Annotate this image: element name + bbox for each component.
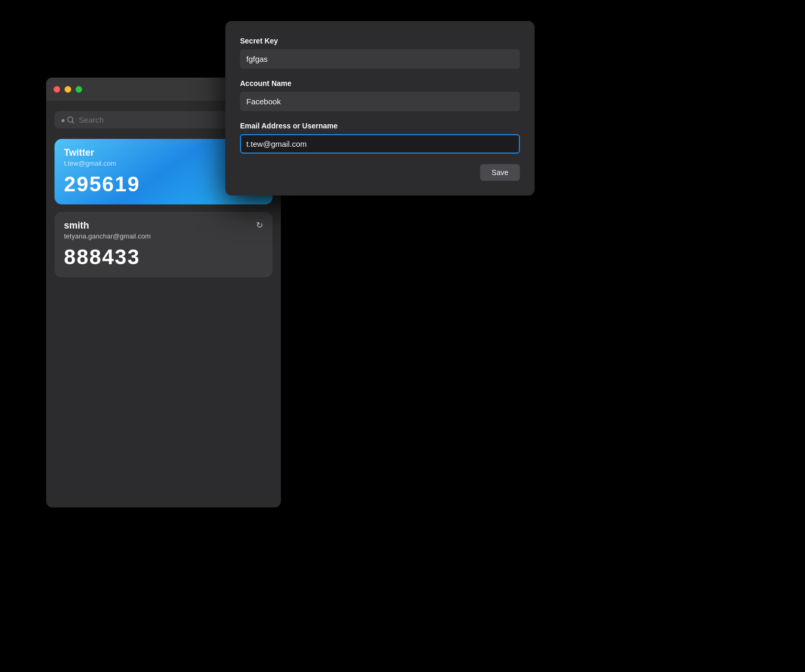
close-button[interactable] bbox=[53, 86, 60, 93]
account-name-input[interactable] bbox=[240, 92, 520, 111]
refresh-icon-smith: ↺ bbox=[256, 220, 263, 230]
secret-key-label: Secret Key bbox=[240, 37, 520, 45]
account-card-smith[interactable]: smith ↺ tetyana.ganchar@gmail.com 888433 bbox=[55, 212, 273, 277]
secret-key-group: Secret Key bbox=[240, 37, 520, 69]
card-name-smith: smith bbox=[64, 220, 89, 231]
email-group: Email Address or Username bbox=[240, 122, 520, 154]
account-name-group: Account Name bbox=[240, 79, 520, 111]
card-top-smith: smith ↺ bbox=[64, 220, 263, 231]
detail-panel: Secret Key Account Name Email Address or… bbox=[225, 21, 535, 196]
card-name-twitter: Twitter bbox=[64, 147, 94, 158]
search-input-wrapper: ● bbox=[55, 111, 252, 128]
card-code-smith: 888433 bbox=[64, 245, 263, 269]
email-input[interactable] bbox=[240, 134, 520, 154]
search-input[interactable] bbox=[79, 115, 245, 124]
save-row: Save bbox=[240, 164, 520, 181]
save-button[interactable]: Save bbox=[480, 164, 520, 181]
minimize-button[interactable] bbox=[64, 86, 71, 93]
account-name-label: Account Name bbox=[240, 79, 520, 88]
maximize-button[interactable] bbox=[75, 86, 82, 93]
svg-line-1 bbox=[72, 122, 74, 123]
card-email-smith: tetyana.ganchar@gmail.com bbox=[64, 232, 263, 240]
search-icon: ● bbox=[61, 116, 74, 124]
secret-key-input[interactable] bbox=[240, 49, 520, 69]
email-label: Email Address or Username bbox=[240, 122, 520, 130]
